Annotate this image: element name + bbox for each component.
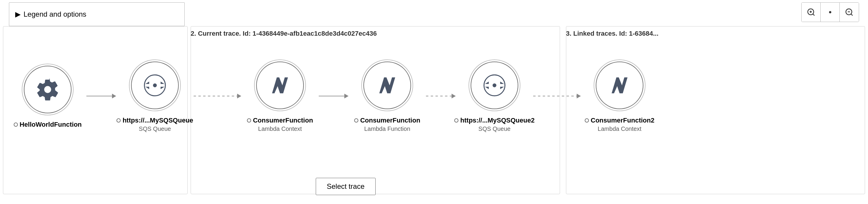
node-consumer1: ConsumerFunction Lambda Context (241, 60, 319, 132)
svg-marker-11 (145, 87, 149, 89)
select-trace-label: Select trace (327, 182, 365, 190)
section-3-label: 3. Linked traces. Id: 1-63684... (566, 30, 659, 37)
node-dot-3 (247, 118, 251, 123)
node-sqs2-circle (471, 62, 518, 109)
node-consumer1-name: ConsumerFunction (253, 116, 313, 124)
node-helloworld-circle (24, 66, 71, 113)
main-container: ▶ Legend and options (0, 0, 868, 204)
node-helloworld-name: HelloWorldFunction (20, 121, 82, 129)
svg-marker-18 (500, 81, 504, 84)
node-sqs2: https://...MySQSQueue2 SQS Queue (456, 60, 533, 132)
node-helloworld: HelloWorldFunction (9, 64, 86, 129)
node-sqs1: https://...MySQSQueue SQS Queue (116, 60, 194, 132)
node-sqs1-label: https://...MySQSQueue SQS Queue (117, 116, 193, 132)
node-consumer1-circle (256, 62, 304, 109)
node-dot-5 (454, 118, 458, 123)
node-sqs2-outer-circle (469, 60, 520, 111)
gear-icon (36, 78, 60, 101)
node-consumer3-name: ConsumerFunction2 (591, 116, 654, 124)
connector-dashed-1 (194, 94, 241, 98)
zoom-controls (801, 2, 859, 22)
svg-marker-16 (485, 81, 489, 84)
node-sqs2-label: https://...MySQSQueue2 SQS Queue (454, 116, 534, 132)
node-consumer3-outer-circle (594, 60, 646, 111)
node-consumer1-label: ConsumerFunction Lambda Context (247, 116, 313, 132)
connector-dashed-3 (533, 94, 581, 98)
nodes-row-1: HelloWorldFunction (9, 60, 658, 132)
lambda-icon-1 (268, 73, 292, 97)
node-dot-6 (585, 118, 589, 123)
legend-arrow-icon: ▶ (15, 10, 21, 19)
svg-marker-12 (160, 81, 164, 84)
node-consumer1-subtype: Lambda Context (247, 126, 313, 132)
node-sqs1-circle (131, 62, 179, 109)
legend-options-button[interactable]: ▶ Legend and options (9, 2, 185, 26)
node-helloworld-outer-circle (22, 64, 73, 115)
connector-1 (86, 94, 116, 98)
node-consumer3: ConsumerFunction2 Lambda Context (581, 60, 658, 132)
node-dot (14, 123, 18, 127)
section-2-label: 2. Current trace. Id: 1-4368449e-afb1eac… (191, 30, 377, 37)
lambda-icon-2 (375, 73, 399, 97)
sqs-icon (143, 73, 167, 97)
node-consumer1-outer-circle (254, 60, 306, 111)
node-sqs1-subtype: SQS Queue (117, 126, 193, 132)
select-trace-button[interactable]: Select trace (316, 178, 376, 195)
node-consumer2-outer-circle (361, 60, 413, 111)
lambda-icon-3 (608, 73, 631, 97)
node-consumer3-subtype: Lambda Context (585, 126, 654, 132)
node-consumer2-circle (363, 62, 411, 109)
node-helloworld-label: HelloWorldFunction (14, 121, 82, 129)
node-sqs2-name: https://...MySQSQueue2 (460, 116, 534, 124)
legend-options-label: Legend and options (24, 10, 86, 19)
node-consumer3-label: ConsumerFunction2 Lambda Context (585, 116, 654, 132)
node-consumer2-label: ConsumerFunction Lambda Function (354, 116, 420, 132)
node-sqs1-name: https://...MySQSQueue (122, 116, 193, 124)
svg-point-9 (153, 83, 157, 88)
zoom-out-button[interactable] (840, 3, 859, 22)
node-consumer3-circle (596, 62, 643, 109)
node-consumer2-name: ConsumerFunction (360, 116, 420, 124)
zoom-reset-button[interactable] (820, 3, 840, 22)
svg-line-1 (813, 14, 814, 15)
node-dot-2 (117, 118, 121, 123)
svg-marker-13 (160, 87, 164, 89)
node-dot-4 (354, 118, 358, 123)
node-sqs1-outer-circle (129, 60, 181, 111)
connector-dashed-2 (426, 94, 456, 98)
node-consumer2-subtype: Lambda Function (354, 126, 420, 132)
svg-point-4 (829, 11, 831, 13)
zoom-in-button[interactable] (802, 3, 820, 22)
svg-marker-17 (485, 87, 489, 89)
svg-marker-10 (145, 81, 149, 84)
sqs-icon-2 (483, 73, 506, 97)
node-consumer2: ConsumerFunction Lambda Function (348, 60, 426, 132)
connector-2 (319, 94, 348, 98)
svg-marker-19 (500, 87, 504, 89)
svg-point-15 (493, 83, 497, 88)
svg-line-6 (851, 14, 852, 15)
node-sqs2-subtype: SQS Queue (454, 126, 534, 132)
